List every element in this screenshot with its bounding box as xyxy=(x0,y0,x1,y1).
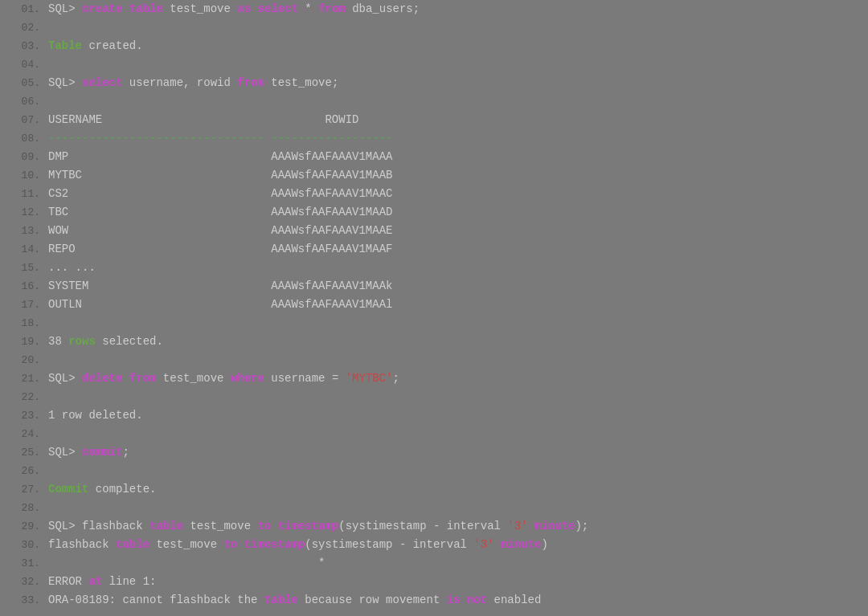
line-content-16: SYSTEM AAAWsfAAFAAAV1MAAk xyxy=(48,277,392,296)
line-num-09: 09. xyxy=(0,148,48,166)
line-num-06: 06. xyxy=(0,92,48,111)
line-content-14: REPO AAAWsfAAFAAAV1MAAF xyxy=(48,240,392,259)
line-02: 02. xyxy=(0,18,868,37)
terminal: 01. SQL> create table test_move as selec… xyxy=(0,0,868,616)
line-num-21: 21. xyxy=(0,369,48,388)
line-21: 21. SQL> delete from test_move where use… xyxy=(0,369,868,388)
line-num-07: 07. xyxy=(0,111,48,129)
line-content-10: MYTBC AAAWsfAAFAAAV1MAAB xyxy=(48,166,392,185)
line-content-32: ERROR at line 1: xyxy=(48,573,156,591)
line-31: 31. * xyxy=(0,554,868,573)
line-num-20: 20. xyxy=(0,351,48,369)
line-num-15: 15. xyxy=(0,259,48,277)
line-content-30: flashback table test_move to timestamp(s… xyxy=(48,536,548,554)
line-num-17: 17. xyxy=(0,296,48,314)
line-content-33: ORA-08189: cannot flashback the table be… xyxy=(48,591,541,610)
line-11: 11. CS2 AAAWsfAAFAAAV1MAAC xyxy=(0,185,868,203)
line-12: 12. TBC AAAWsfAAFAAAV1MAAD xyxy=(0,203,868,222)
line-content-25: SQL> commit; xyxy=(48,443,129,462)
line-num-22: 22. xyxy=(0,388,48,406)
line-num-30: 30. xyxy=(0,536,48,554)
line-content-08: -------------------------------- -------… xyxy=(48,129,392,148)
line-15: 15. ... ... xyxy=(0,259,868,277)
line-30: 30. flashback table test_move to timesta… xyxy=(0,536,868,554)
line-20: 20. xyxy=(0,351,868,369)
line-33: 33. ORA-08189: cannot flashback the tabl… xyxy=(0,591,868,610)
line-07: 07. USERNAME ROWID xyxy=(0,111,868,129)
line-27: 27. Commit complete. xyxy=(0,480,868,499)
line-18: 18. xyxy=(0,314,868,332)
line-num-26: 26. xyxy=(0,462,48,480)
line-num-28: 28. xyxy=(0,499,48,517)
line-09: 09. DMP AAAWsfAAFAAAV1MAAA xyxy=(0,148,868,166)
line-num-33: 33. xyxy=(0,591,48,610)
line-19: 19. 38 rows selected. xyxy=(0,332,868,351)
line-content-05: SQL> select username, rowid from test_mo… xyxy=(48,74,338,92)
line-num-10: 10. xyxy=(0,166,48,185)
line-num-14: 14. xyxy=(0,240,48,259)
line-content-31: * xyxy=(48,554,325,573)
line-num-31: 31. xyxy=(0,554,48,573)
line-num-11: 11. xyxy=(0,185,48,203)
line-num-08: 08. xyxy=(0,129,48,148)
line-num-04: 04. xyxy=(0,55,48,74)
line-32: 32. ERROR at line 1: xyxy=(0,573,868,591)
line-num-27: 27. xyxy=(0,480,48,499)
line-content-12: TBC AAAWsfAAFAAAV1MAAD xyxy=(48,203,392,222)
line-content-19: 38 rows selected. xyxy=(48,332,163,351)
line-content-29: SQL> flashback table test_move to timest… xyxy=(48,517,588,536)
line-num-19: 19. xyxy=(0,332,48,351)
line-25: 25. SQL> commit; xyxy=(0,443,868,462)
line-04: 04. xyxy=(0,55,868,74)
line-num-24: 24. xyxy=(0,425,48,443)
line-num-23: 23. xyxy=(0,406,48,425)
line-content-23: 1 row deleted. xyxy=(48,406,143,425)
line-num-13: 13. xyxy=(0,222,48,240)
line-content-09: DMP AAAWsfAAFAAAV1MAAA xyxy=(48,148,392,166)
line-num-18: 18. xyxy=(0,314,48,332)
line-16: 16. SYSTEM AAAWsfAAFAAAV1MAAk xyxy=(0,277,868,296)
line-num-02: 02. xyxy=(0,18,48,37)
line-num-32: 32. xyxy=(0,573,48,591)
line-01: 01. SQL> create table test_move as selec… xyxy=(0,0,868,18)
line-10: 10. MYTBC AAAWsfAAFAAAV1MAAB xyxy=(0,166,868,185)
line-num-05: 05. xyxy=(0,74,48,92)
line-content-01: SQL> create table test_move as select * … xyxy=(48,0,420,18)
line-08: 08. -------------------------------- ---… xyxy=(0,129,868,148)
line-content-11: CS2 AAAWsfAAFAAAV1MAAC xyxy=(48,185,392,203)
line-23: 23. 1 row deleted. xyxy=(0,406,868,425)
line-num-29: 29. xyxy=(0,517,48,536)
line-14: 14. REPO AAAWsfAAFAAAV1MAAF xyxy=(0,240,868,259)
line-num-01: 01. xyxy=(0,0,48,18)
line-03: 03. Table created. xyxy=(0,37,868,55)
line-13: 13. WOW AAAWsfAAFAAAV1MAAE xyxy=(0,222,868,240)
line-17: 17. OUTLN AAAWsfAAFAAAV1MAAl xyxy=(0,296,868,314)
line-22: 22. xyxy=(0,388,868,406)
line-content-03: Table created. xyxy=(48,37,143,55)
line-content-07: USERNAME ROWID xyxy=(48,111,358,129)
line-num-12: 12. xyxy=(0,203,48,222)
line-26: 26. xyxy=(0,462,868,480)
line-content-27: Commit complete. xyxy=(48,480,156,499)
line-num-25: 25. xyxy=(0,443,48,462)
line-06: 06. xyxy=(0,92,868,111)
line-num-03: 03. xyxy=(0,37,48,55)
line-05: 05. SQL> select username, rowid from tes… xyxy=(0,74,868,92)
line-28: 28. xyxy=(0,499,868,517)
line-content-13: WOW AAAWsfAAFAAAV1MAAE xyxy=(48,222,392,240)
line-content-21: SQL> delete from test_move where usernam… xyxy=(48,369,399,388)
line-content-17: OUTLN AAAWsfAAFAAAV1MAAl xyxy=(48,296,392,314)
line-24: 24. xyxy=(0,425,868,443)
line-29: 29. SQL> flashback table test_move to ti… xyxy=(0,517,868,536)
line-num-16: 16. xyxy=(0,277,48,296)
line-content-15: ... ... xyxy=(48,259,96,277)
